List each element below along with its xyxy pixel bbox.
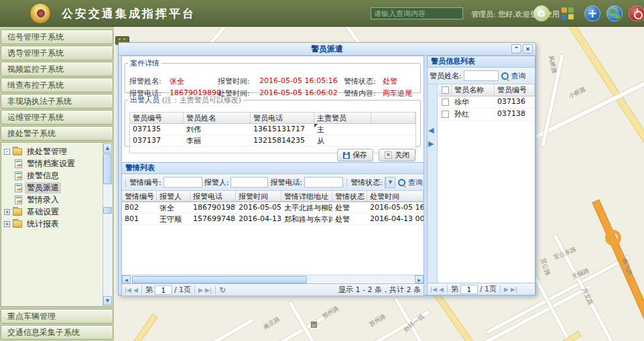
table-row[interactable]: 徐华 037136 [438, 96, 535, 109]
column-header[interactable]: 警员电话 [251, 113, 314, 124]
last-page-icon[interactable]: ▶| [205, 287, 212, 293]
row-checkbox[interactable] [442, 111, 449, 118]
sidebar-item-investigation[interactable]: 缉查布控子系统 [1, 78, 113, 92]
search-icon[interactable] [397, 178, 406, 187]
horizontal-scrollbar[interactable]: ◀ ▶ [122, 275, 424, 283]
prev-page-icon[interactable]: ◀ [133, 287, 138, 293]
close-button[interactable]: × 关闭 [379, 149, 415, 161]
expand-node-icon[interactable]: + [4, 209, 10, 215]
first-page-icon[interactable]: |◀ [430, 286, 437, 293]
road-label: 兴业路 [580, 287, 594, 307]
scrollbar-thumb[interactable] [132, 276, 307, 283]
sidebar-item-dispatch-system[interactable]: 接处警子系统 [1, 126, 113, 141]
sidebar-item-traffic-info[interactable]: 交通信息采集子系统 [1, 325, 113, 340]
cell-primary-flag[interactable]: 从 [314, 135, 371, 147]
cell-officer-name: 孙红 [452, 109, 495, 121]
search-icon[interactable] [501, 72, 509, 80]
column-header[interactable]: 警情状态 [332, 191, 367, 202]
table-row[interactable]: 孙红 037138 [438, 109, 535, 121]
column-header[interactable]: 报警电话 [190, 191, 236, 202]
tree-item-officer-dispatch[interactable]: 警员派遣 [4, 182, 102, 194]
cell-officer-name: 徐华 [452, 96, 495, 109]
save-button[interactable]: 保存 [337, 149, 373, 161]
scroll-down-icon[interactable]: ▼ [103, 296, 112, 305]
table-row[interactable]: 037137 李丽 13215814235 从 [130, 135, 415, 147]
column-header[interactable]: 警员编号 [495, 84, 535, 96]
cell-officer-id: 037138 [495, 109, 535, 121]
refresh-icon[interactable]: ↻ [219, 285, 226, 295]
column-header[interactable]: 报警人 [157, 191, 190, 202]
officer-query-button[interactable]: 查询 [511, 71, 526, 81]
page-number-input[interactable] [460, 285, 478, 294]
officer-name-input[interactable] [464, 70, 499, 81]
column-header[interactable]: 报警时间 [236, 191, 281, 202]
select-all-checkbox[interactable] [442, 86, 449, 94]
window-titlebar[interactable]: 警员派遣 ^ × [119, 43, 535, 56]
caller-input[interactable] [231, 177, 268, 188]
add-icon[interactable]: + [584, 5, 600, 21]
select-all-header [438, 84, 452, 96]
column-header[interactable]: 警员名称 [452, 84, 495, 96]
collapse-node-icon[interactable]: - [4, 149, 10, 155]
page-number-input[interactable] [155, 285, 172, 295]
sidebar-item-nonsite[interactable]: 非现场执法子系统 [1, 94, 113, 109]
scrollbar-thumb[interactable] [103, 153, 112, 184]
global-search-input[interactable] [371, 7, 463, 19]
apps-grid-icon[interactable] [562, 7, 574, 19]
officer-search-toolbar: 警员姓名: 查询 [428, 68, 535, 84]
next-page-icon[interactable]: ▶ [198, 287, 203, 293]
scroll-right-icon[interactable]: ▶ [415, 275, 424, 283]
folder-icon [13, 148, 22, 155]
table-row[interactable]: 801 王守顺 15769974813 2016-04-13 12:... 郑和… [122, 214, 424, 225]
scroll-up-icon[interactable]: ▲ [103, 143, 112, 153]
transfer-right-icon[interactable]: ▶ [428, 139, 434, 148]
column-header[interactable]: 警员姓名 [184, 113, 251, 124]
power-icon[interactable] [629, 5, 644, 21]
phone-input[interactable] [304, 177, 343, 188]
field-value: 张全 [170, 76, 218, 86]
query-button[interactable]: 查询 [408, 178, 423, 188]
cell-primary-flag[interactable]: 主 [314, 124, 371, 135]
transfer-left-icon[interactable]: ◀ [428, 126, 434, 135]
save-label: 保存 [352, 150, 367, 160]
row-checkbox[interactable] [442, 98, 449, 106]
column-header[interactable]: 处警时间 [367, 191, 424, 202]
tree-node-statistics[interactable]: + 统计报表 [4, 218, 102, 230]
field-value: 处警 [383, 76, 424, 86]
tree-node-basic-settings[interactable]: + 基础设置 [4, 206, 102, 218]
sidebar-item-key-vehicles[interactable]: 重点车辆管理 [1, 309, 113, 324]
prev-page-icon[interactable]: ◀ [439, 286, 444, 293]
next-page-icon[interactable]: ▶ [504, 286, 509, 293]
sidebar-item-guidance[interactable]: 诱导管理子系统 [1, 46, 113, 60]
filter-label: 警情状态: [350, 178, 383, 188]
column-header[interactable]: 警员编号 [130, 113, 184, 124]
globe-icon[interactable] [606, 5, 623, 21]
top-header: 公安交通集成指挥平台 管理员: 您好,欢迎登陆使用 ♻ + [0, 0, 644, 27]
status-select[interactable]: ▼ [385, 177, 395, 188]
sidebar-item-ops[interactable]: 运维管理子系统 [1, 110, 113, 125]
tree-node-dispatch-mgmt[interactable]: - 接处警管理 [4, 145, 102, 157]
case-detail-legend: 案件详情 [128, 58, 162, 68]
first-page-icon[interactable]: |◀ [125, 287, 131, 293]
close-icon[interactable]: × [523, 44, 533, 54]
table-row[interactable]: 802 张全 18679019890 2016-05-05 16:... 太平北… [122, 202, 424, 214]
expand-node-icon[interactable]: + [4, 221, 10, 227]
dispatch-main-panel: 案件详情 报警姓名: 张全 报警时间: 2016-05-05 16:05:16 … [121, 56, 424, 295]
sidebar-item-video[interactable]: 视频监控子系统 [1, 62, 113, 76]
column-header[interactable]: 警情详细地址 [281, 191, 332, 202]
chevron-down-icon[interactable]: ▼ [385, 178, 395, 188]
table-row[interactable]: 037135 刘伟 13615131717 主 [130, 124, 415, 135]
tree-item-archive-settings[interactable]: 警情档案设置 [4, 157, 102, 169]
column-header-sorted[interactable]: 警情编号 ▼ [122, 191, 157, 202]
column-header[interactable]: 主责警员 [314, 113, 371, 124]
last-page-icon[interactable]: ▶| [511, 286, 517, 293]
incident-no-input[interactable] [164, 177, 202, 188]
collapse-icon[interactable]: ^ [511, 44, 521, 54]
dispatched-officers-legend: 出警人员 (注：主责警员可以修改) [128, 95, 243, 105]
tree-item-alarm-info[interactable]: 接警信息 [4, 169, 102, 182]
tree-scrollbar[interactable]: ▲ ▼ [103, 143, 112, 305]
tree-item-alarm-entry[interactable]: 警情录入 [4, 194, 102, 206]
sidebar-item-signal[interactable]: 信号管理子系统 [1, 29, 113, 44]
scroll-left-icon[interactable]: ◀ [122, 275, 131, 283]
recycle-icon[interactable]: ♻ [533, 5, 550, 21]
